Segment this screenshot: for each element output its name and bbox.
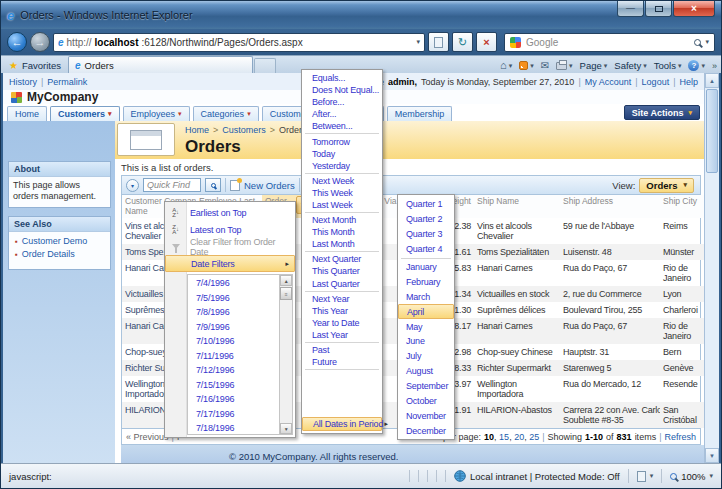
- menu-item-today[interactable]: Today: [302, 148, 382, 160]
- menu-item-this-year[interactable]: This Year: [302, 305, 382, 317]
- tools-menu[interactable]: Tools▾: [654, 60, 682, 71]
- page-size-25[interactable]: 25: [529, 432, 539, 442]
- column-header-ship-city[interactable]: Ship City: [660, 195, 704, 218]
- menu-item-last-quarter[interactable]: Last Quarter: [302, 278, 382, 290]
- scroll-down-button[interactable]: ▼: [280, 423, 292, 434]
- nav-tab-categories[interactable]: Categories▾: [193, 106, 259, 121]
- menu-item-date-7-8-1996[interactable]: 7/8/1996: [188, 305, 279, 320]
- menu-item-may[interactable]: May: [398, 319, 454, 334]
- permalink-link[interactable]: Permalink: [47, 77, 87, 87]
- menu-item-quarter-2[interactable]: Quarter 2: [398, 212, 454, 227]
- refresh-button[interactable]: ↻: [452, 32, 473, 52]
- menu-item-past[interactable]: Past: [302, 344, 382, 356]
- see-also-link-order-details[interactable]: ▪Order Details: [13, 248, 108, 261]
- address-field[interactable]: e http://localhost:6128/Northwind/Pages/…: [53, 33, 425, 52]
- scroll-down-button[interactable]: ▼: [705, 448, 719, 463]
- menu-item-quarter-4[interactable]: Quarter 4: [398, 242, 454, 257]
- menu-item-next-quarter[interactable]: Next Quarter: [302, 253, 382, 265]
- quick-find-search-button[interactable]: [205, 178, 221, 192]
- page-size-20[interactable]: 20: [514, 432, 524, 442]
- inprivate-button[interactable]: ▾: [637, 471, 654, 482]
- nav-tab-customers[interactable]: Customers▾: [50, 106, 120, 121]
- menu-item-november[interactable]: November: [398, 408, 454, 423]
- menu-item-october[interactable]: October: [398, 394, 454, 409]
- new-tab-button[interactable]: [254, 58, 276, 73]
- search-box[interactable]: Google ▾: [504, 33, 715, 52]
- menu-item-earliest-on-top[interactable]: AZ↓ Earliest on Top: [165, 204, 295, 221]
- menu-item-august[interactable]: August: [398, 364, 454, 379]
- menu-item-last-week[interactable]: Last Week: [302, 199, 382, 211]
- nav-tab-membership[interactable]: Membership: [387, 106, 453, 121]
- menu-item-june[interactable]: June: [398, 334, 454, 349]
- menu-item-yesterday[interactable]: Yesterday: [302, 160, 382, 172]
- menu-item-year-to-date[interactable]: Year to Date: [302, 317, 382, 329]
- scrollbar-thumb[interactable]: [706, 89, 718, 173]
- menu-item-date-7-15-1996[interactable]: 7/15/1996: [188, 378, 279, 393]
- quick-find-scope-button[interactable]: ▾: [126, 179, 139, 192]
- scrollbar-thumb[interactable]: ≡: [280, 287, 292, 300]
- menu-item-date-filters[interactable]: Date Filters ►: [165, 255, 295, 272]
- menu-item-april[interactable]: April: [398, 304, 454, 319]
- menu-item-date-7-5-1996[interactable]: 7/5/1996: [188, 291, 279, 306]
- menu-item-next-year[interactable]: Next Year: [302, 293, 382, 305]
- favorites-button[interactable]: ★ Favorites: [5, 58, 68, 73]
- menu-item-latest-on-top[interactable]: ZA↓ Latest on Top: [165, 221, 295, 238]
- menu-item-between[interactable]: Between...: [302, 120, 382, 132]
- stop-button[interactable]: ×: [476, 32, 497, 52]
- scroll-up-button[interactable]: ▲: [280, 275, 292, 286]
- page-menu[interactable]: Page▾: [580, 60, 608, 71]
- menu-item-before[interactable]: Before...: [302, 96, 382, 108]
- menu-item-this-month[interactable]: This Month: [302, 226, 382, 238]
- new-orders-button[interactable]: New Orders: [244, 180, 295, 191]
- menu-item-september[interactable]: September: [398, 379, 454, 394]
- print-button[interactable]: ▾: [556, 62, 573, 70]
- menu-item-equals[interactable]: Equals...: [302, 72, 382, 84]
- home-button[interactable]: ⌂▾: [500, 60, 512, 71]
- menu-item-last-year[interactable]: Last Year: [302, 329, 382, 341]
- more-commands-chevron[interactable]: »: [712, 61, 717, 71]
- feeds-button[interactable]: ▾: [519, 61, 534, 70]
- menu-item-next-week[interactable]: Next Week: [302, 175, 382, 187]
- view-selector[interactable]: Orders▾: [639, 178, 694, 193]
- tab-orders[interactable]: e Orders: [68, 56, 253, 73]
- menu-item-date-7-12-1996[interactable]: 7/12/1996: [188, 363, 279, 378]
- menu-item-quarter-1[interactable]: Quarter 1: [398, 197, 454, 212]
- menu-item-date-7-11-1996[interactable]: 7/11/1996: [188, 349, 279, 364]
- maximize-button[interactable]: [645, 1, 672, 17]
- forward-button[interactable]: →: [30, 32, 50, 52]
- menu-item-date-7-17-1996[interactable]: 7/17/1996: [188, 407, 279, 422]
- page-size-15[interactable]: 15: [499, 432, 509, 442]
- nav-tab-home[interactable]: Home: [7, 106, 47, 121]
- my-account-link[interactable]: My Account: [585, 77, 632, 87]
- see-also-link-customer-demo[interactable]: ▪Customer Demo: [13, 235, 108, 248]
- help-link[interactable]: Help: [679, 77, 698, 87]
- menu-item-march[interactable]: March: [398, 289, 454, 304]
- column-header-ship-address[interactable]: Ship Address: [560, 195, 660, 218]
- menu-item-after[interactable]: After...: [302, 108, 382, 120]
- menu-item-july[interactable]: July: [398, 349, 454, 364]
- menu-item-quarter-3[interactable]: Quarter 3: [398, 227, 454, 242]
- menu-item-date-7-9-1996[interactable]: 7/9/1996: [188, 320, 279, 335]
- search-dropdown-icon[interactable]: ▾: [705, 38, 709, 46]
- logout-link[interactable]: Logout: [642, 77, 670, 87]
- menu-item-february[interactable]: February: [398, 274, 454, 289]
- minimize-button[interactable]: —: [617, 1, 644, 17]
- menu-item-date-7-10-1996[interactable]: 7/10/1996: [188, 334, 279, 349]
- menu-item-does-not-equal[interactable]: Does Not Equal...: [302, 84, 382, 96]
- menu-item-this-quarter[interactable]: This Quarter: [302, 265, 382, 277]
- menu-item-all-dates-in-period[interactable]: All Dates in Period ►: [302, 417, 382, 431]
- menu-item-date-7-16-1996[interactable]: 7/16/1996: [188, 392, 279, 407]
- compatibility-view-button[interactable]: [428, 32, 449, 52]
- safety-menu[interactable]: Safety▾: [614, 60, 646, 71]
- previous-link[interactable]: « Previous: [126, 432, 169, 442]
- column-header-ship-name[interactable]: Ship Name: [474, 195, 560, 218]
- menu-item-future[interactable]: Future: [302, 356, 382, 368]
- read-mail-button[interactable]: ✉: [541, 61, 549, 71]
- menu-item-date-7-4-1996[interactable]: 7/4/1996: [188, 276, 279, 291]
- menu-item-january[interactable]: January: [398, 260, 454, 275]
- scroll-up-button[interactable]: ▲: [705, 73, 719, 88]
- zoom-control[interactable]: 100% ▾: [670, 471, 713, 482]
- refresh-link[interactable]: Refresh: [664, 432, 696, 442]
- menu-item-this-week[interactable]: This Week: [302, 187, 382, 199]
- nav-tab-employees[interactable]: Employees▾: [123, 106, 190, 121]
